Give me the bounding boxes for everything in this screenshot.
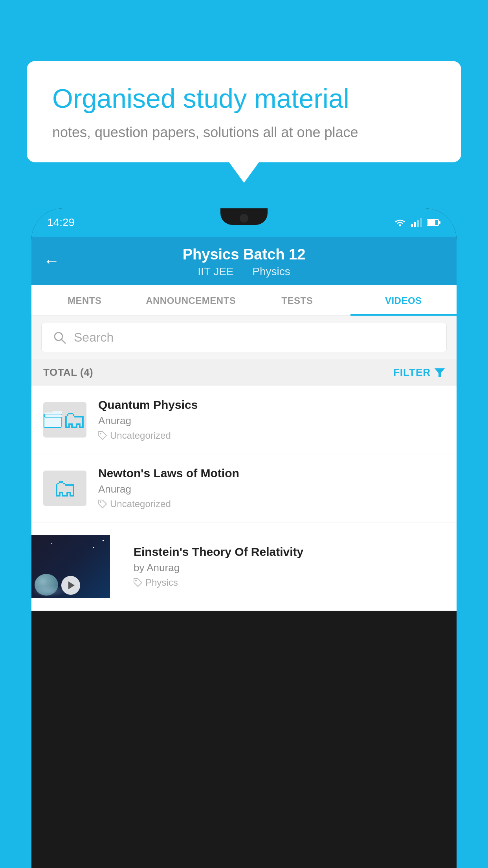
svg-rect-6 — [427, 220, 435, 225]
video-tag-2: Uncategorized — [98, 498, 445, 509]
video-title-2: Newton's Laws of Motion — [98, 467, 445, 480]
status-bar: 14:29 — [31, 208, 457, 237]
header-subtitle-physics: Physics — [252, 265, 290, 278]
bubble-subtitle: notes, question papers, solutions all at… — [52, 124, 436, 141]
tag-icon-3 — [134, 578, 142, 587]
video-author-2: Anurag — [98, 483, 445, 495]
tab-tests[interactable]: TESTS — [244, 285, 350, 315]
tag-label-2: Uncategorized — [110, 498, 171, 509]
video-thumbnail-1: 🗂 — [43, 402, 86, 438]
filter-button[interactable]: FILTER — [393, 366, 445, 379]
video-thumbnail-3 — [31, 535, 110, 598]
play-button-3[interactable] — [61, 576, 80, 595]
status-time: 14:29 — [47, 216, 75, 229]
tab-videos[interactable]: VIDEOS — [350, 285, 457, 315]
tag-label-1: Uncategorized — [110, 430, 171, 441]
svg-rect-3 — [417, 220, 419, 227]
phone-frame: 14:29 — [31, 208, 457, 868]
video-author-1: Anurag — [98, 415, 445, 427]
header-subtitle: IIT JEE Physics — [194, 265, 294, 278]
video-thumbnail-2: 🗂 — [43, 471, 86, 506]
status-icons — [394, 218, 441, 227]
video-title-1: Quantum Physics — [98, 398, 445, 412]
speech-bubble: Organised study material notes, question… — [27, 61, 461, 162]
svg-point-15 — [100, 501, 101, 503]
tag-icon — [98, 431, 107, 440]
tab-announcements[interactable]: ANNOUNCEMENTS — [138, 285, 244, 315]
star-1 — [103, 540, 104, 541]
total-count: TOTAL (4) — [43, 366, 93, 379]
video-title-3: Einstein's Theory Of Relativity — [134, 545, 445, 559]
notch — [220, 208, 268, 225]
star-3 — [51, 543, 52, 544]
wifi-icon — [394, 218, 406, 227]
header-title: Physics Batch 12 — [183, 246, 306, 263]
app-header: ← Physics Batch 12 IIT JEE Physics — [31, 237, 457, 285]
svg-rect-2 — [414, 222, 416, 227]
search-icon — [53, 331, 67, 345]
svg-rect-7 — [439, 221, 440, 224]
video-tag-3: Physics — [134, 577, 445, 588]
folder-symbol-2: 🗂 — [53, 476, 77, 500]
play-triangle-icon — [68, 581, 75, 589]
camera — [240, 214, 248, 223]
signal-icon — [411, 218, 422, 227]
filter-icon — [435, 368, 445, 378]
bubble-title: Organised study material — [52, 83, 436, 115]
tag-icon-2 — [98, 500, 107, 508]
tab-ments[interactable]: MENTS — [31, 285, 138, 315]
svg-rect-13 — [44, 414, 62, 417]
svg-point-14 — [100, 433, 101, 434]
back-button[interactable]: ← — [43, 252, 60, 270]
search-placeholder-text: Search — [74, 330, 114, 345]
search-bar[interactable]: Search — [41, 323, 447, 352]
video-author-3: by Anurag — [134, 562, 445, 574]
list-item[interactable]: Einstein's Theory Of Relativity by Anura… — [31, 522, 457, 611]
folder-icon — [43, 407, 62, 432]
filter-label: FILTER — [393, 366, 431, 379]
folder-symbol: 🗂 — [62, 408, 86, 432]
video-info-2: Newton's Laws of Motion Anurag Uncategor… — [98, 467, 445, 509]
svg-point-16 — [135, 580, 137, 581]
video-info-3: Einstein's Theory Of Relativity by Anura… — [122, 545, 457, 588]
tag-label-3: Physics — [145, 577, 178, 588]
video-list: 🗂 Quantum Physics Anurag Uncategorized 🗂 — [31, 386, 457, 611]
filter-bar: TOTAL (4) FILTER — [31, 359, 457, 386]
svg-marker-10 — [435, 368, 445, 377]
speech-bubble-container: Organised study material notes, question… — [27, 61, 461, 162]
svg-rect-1 — [411, 224, 413, 227]
svg-point-0 — [399, 224, 401, 226]
svg-line-9 — [61, 339, 65, 343]
list-item[interactable]: 🗂 Newton's Laws of Motion Anurag Uncateg… — [31, 454, 457, 522]
star-2 — [93, 547, 94, 548]
svg-rect-4 — [420, 218, 422, 227]
battery-icon — [427, 219, 441, 226]
search-section: Search — [31, 316, 457, 359]
video-tag-1: Uncategorized — [98, 430, 445, 441]
header-subtitle-iitjee: IIT JEE — [198, 265, 233, 278]
list-item[interactable]: 🗂 Quantum Physics Anurag Uncategorized — [31, 386, 457, 454]
tabs-bar: MENTS ANNOUNCEMENTS TESTS VIDEOS — [31, 285, 457, 316]
video-info-1: Quantum Physics Anurag Uncategorized — [98, 398, 445, 441]
